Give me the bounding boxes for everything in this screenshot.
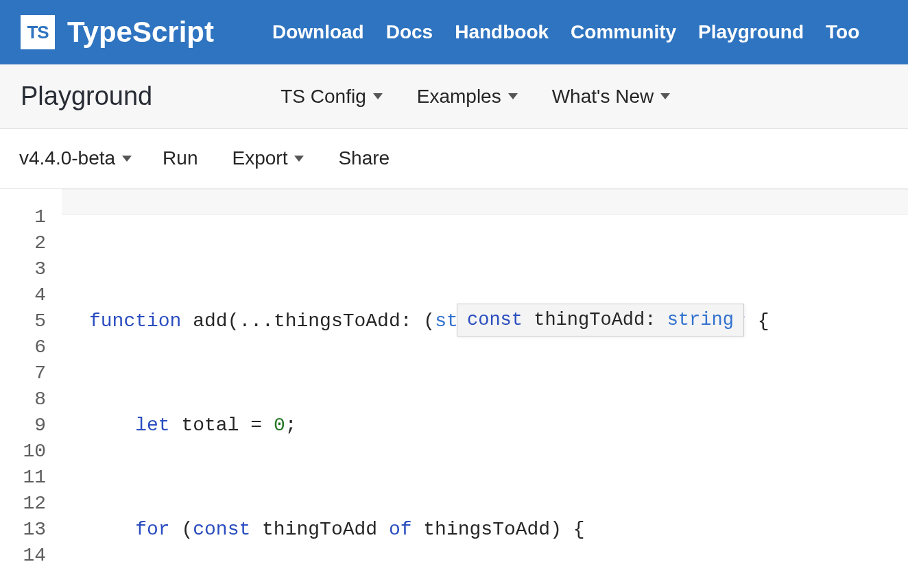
version-selector[interactable]: v4.4.0-beta [19,147,132,169]
line-number: 8 [0,387,46,413]
chevron-down-icon [122,156,132,162]
nav-playground[interactable]: Playground [698,21,804,43]
chevron-down-icon [508,93,518,99]
nav-handbook[interactable]: Handbook [455,21,549,43]
line-number: 7 [0,360,46,387]
top-nav: TS TypeScript Download Docs Handbook Com… [0,0,908,64]
code-line[interactable]: for (const thingToAdd of thingsToAdd) { [89,517,908,543]
chevron-down-icon [373,93,383,99]
logo-box[interactable]: TS [21,15,55,49]
code-editor[interactable]: 1 2 3 4 5 6 7 8 9 10 11 12 13 14 functio… [0,189,908,588]
line-number: 6 [0,334,46,360]
code-content[interactable]: function add(...thingsToAdd: (string | n… [62,189,908,588]
nav-download[interactable]: Download [272,21,364,43]
type-hover-tooltip: const thingToAdd: string [457,304,744,336]
export-dropdown[interactable]: Export [232,147,304,169]
current-line-highlight [62,189,908,215]
logo-text: TS [27,22,48,43]
line-number: 5 [0,308,46,334]
line-number: 4 [0,282,46,308]
examples-dropdown[interactable]: Examples [417,86,518,108]
line-number: 13 [0,517,46,543]
line-number: 11 [0,465,46,491]
top-nav-links: Download Docs Handbook Community Playgro… [272,21,859,43]
line-number: 3 [0,256,46,282]
line-number: 2 [0,230,46,256]
run-button[interactable]: Run [163,147,198,169]
code-line[interactable]: let total = 0; [89,413,908,439]
subnav-menu: TS Config Examples What's New [280,86,670,108]
examples-label: Examples [417,86,501,108]
line-number: 9 [0,413,46,439]
sub-nav: Playground TS Config Examples What's New [0,64,908,129]
editor-toolbar: v4.4.0-beta Run Export Share [0,129,908,189]
line-number: 14 [0,543,46,569]
brand-name[interactable]: TypeScript [67,16,214,49]
page-title: Playground [21,82,152,111]
nav-docs[interactable]: Docs [386,21,433,43]
chevron-down-icon [660,93,670,99]
whats-new-label: What's New [552,86,654,108]
ts-config-dropdown[interactable]: TS Config [280,86,383,108]
ts-config-label: TS Config [280,86,366,108]
version-label: v4.4.0-beta [19,147,115,169]
line-number: 12 [0,491,46,517]
whats-new-dropdown[interactable]: What's New [552,86,671,108]
share-button[interactable]: Share [338,147,390,169]
line-number: 10 [0,439,46,465]
line-number-gutter: 1 2 3 4 5 6 7 8 9 10 11 12 13 14 [0,189,62,588]
line-number: 1 [0,204,46,230]
nav-tools[interactable]: Too [826,21,859,43]
chevron-down-icon [294,156,304,162]
nav-community[interactable]: Community [571,21,676,43]
